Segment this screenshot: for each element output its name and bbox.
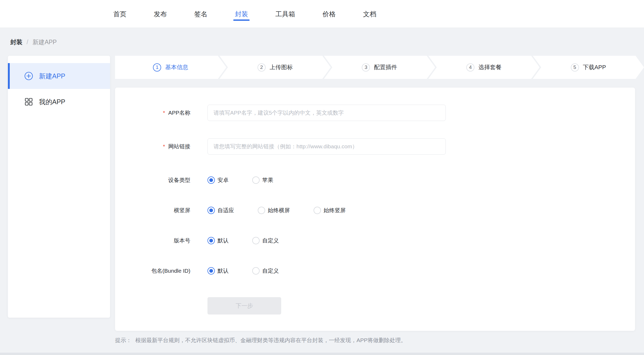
next-step-button[interactable]: 下一步 (207, 297, 281, 315)
radio-icon (207, 267, 215, 275)
tip-prefix: 提示： (115, 337, 132, 344)
step-label: 配置插件 (374, 63, 397, 71)
radio-icon (252, 176, 260, 184)
field-label: 横竖屏 (115, 207, 190, 214)
breadcrumb-separator: / (27, 39, 28, 46)
required-asterisk: * (163, 110, 165, 116)
nav-item-publish[interactable]: 发布 (154, 0, 167, 28)
step-number-badge: 2 (257, 63, 266, 72)
plus-circle-icon (24, 72, 33, 80)
orientation-radio-group: 自适应 始终横屏 始终竖屏 (207, 207, 369, 214)
radio-icon (314, 207, 321, 214)
top-nav: 首页 发布 签名 封装 工具箱 价格 文档 (0, 0, 644, 28)
field-label: 包名(Bundle ID) (115, 267, 190, 275)
form-actions: 下一步 (115, 297, 635, 315)
step-wizard: 1 基本信息 2 上传图标 3 配置插件 4 选择套餐 5 下载APP (115, 56, 644, 79)
radio-version-custom[interactable]: 自定义 (252, 237, 279, 244)
sidebar-item-label: 我的APP (39, 98, 65, 106)
sidebar-item-new-app[interactable]: 新建APP (8, 63, 110, 89)
step-upload-icon: 2 上传图标 (220, 56, 331, 79)
step-configure-plugins: 3 配置插件 (324, 56, 435, 79)
breadcrumb: 封装 / 新建APP (10, 38, 57, 46)
step-choose-plan: 4 选择套餐 (428, 56, 540, 79)
radio-ios[interactable]: 苹果 (252, 176, 273, 184)
sidebar-item-label: 新建APP (39, 72, 65, 80)
form-row-device-type: 设备类型 安卓 苹果 (115, 176, 635, 184)
form-row-site-url: * 网站链接 (115, 138, 635, 155)
step-label: 下载APP (583, 63, 606, 71)
form-row-version: 版本号 默认 自定义 (115, 237, 635, 245)
radio-bundle-default[interactable]: 默认 (207, 267, 229, 275)
bundle-id-radio-group: 默认 自定义 (207, 267, 303, 275)
field-label: * APP名称 (115, 109, 190, 116)
form-row-bundle-id: 包名(Bundle ID) 默认 自定义 (115, 267, 635, 275)
form-row-orientation: 横竖屏 自适应 始终横屏 始终竖屏 (115, 206, 635, 214)
step-label: 上传图标 (270, 63, 293, 71)
form-row-app-name: * APP名称 (115, 105, 635, 121)
field-label: 版本号 (115, 237, 190, 244)
required-asterisk: * (163, 143, 165, 150)
tip-text: 根据最新平台规则，不允许区块链虚拟币、金融理财类等违规内容在平台封装，一经发现，… (135, 337, 406, 344)
step-label: 基本信息 (165, 63, 188, 71)
radio-always-portrait[interactable]: 始终竖屏 (314, 207, 346, 214)
nav-item-toolbox[interactable]: 工具箱 (275, 0, 295, 28)
nav-item-package[interactable]: 封装 (235, 0, 248, 28)
platform-rule-tip: 提示： 根据最新平台规则，不允许区块链虚拟币、金融理财类等违规内容在平台封装，一… (115, 337, 406, 344)
app-packaging-page: 首页 发布 签名 封装 工具箱 价格 文档 封装 / 新建APP 新建APP (0, 0, 644, 355)
radio-version-default[interactable]: 默认 (207, 237, 229, 244)
site-url-input[interactable] (207, 138, 446, 155)
radio-icon (252, 267, 260, 275)
grid-icon (24, 97, 33, 106)
field-label: 设备类型 (115, 176, 190, 184)
radio-icon (258, 207, 265, 214)
sidebar-item-my-app[interactable]: 我的APP (8, 89, 110, 115)
form-card: * APP名称 * 网站链接 设备类型 安卓 (115, 88, 635, 331)
step-download-app: 5 下载APP (533, 56, 644, 79)
radio-icon (252, 237, 260, 244)
step-number-badge: 1 (153, 63, 161, 72)
field-label: * 网站链接 (115, 143, 190, 150)
breadcrumb-section[interactable]: 封装 (10, 38, 22, 46)
footer-strip (0, 353, 644, 355)
nav-item-price[interactable]: 价格 (323, 0, 336, 28)
radio-android[interactable]: 安卓 (207, 176, 229, 184)
radio-always-landscape[interactable]: 始终横屏 (258, 207, 290, 214)
radio-bundle-custom[interactable]: 自定义 (252, 267, 279, 275)
radio-auto-orientation[interactable]: 自适应 (207, 207, 234, 214)
sidebar: 新建APP 我的APP (8, 56, 110, 318)
device-type-radio-group: 安卓 苹果 (207, 176, 297, 184)
nav-item-sign[interactable]: 签名 (194, 0, 207, 28)
step-basic-info: 1 基本信息 (115, 56, 226, 79)
nav-item-home[interactable]: 首页 (113, 0, 126, 28)
app-name-input[interactable] (207, 105, 446, 121)
nav-item-docs[interactable]: 文档 (363, 0, 376, 28)
breadcrumb-current: 新建APP (32, 38, 57, 46)
radio-icon (207, 237, 215, 244)
radio-icon (207, 207, 215, 214)
version-radio-group: 默认 自定义 (207, 237, 303, 244)
step-number-badge: 3 (362, 63, 370, 72)
step-number-badge: 5 (571, 63, 579, 72)
step-number-badge: 4 (466, 63, 474, 72)
step-label: 选择套餐 (478, 63, 502, 71)
radio-icon (207, 176, 215, 184)
